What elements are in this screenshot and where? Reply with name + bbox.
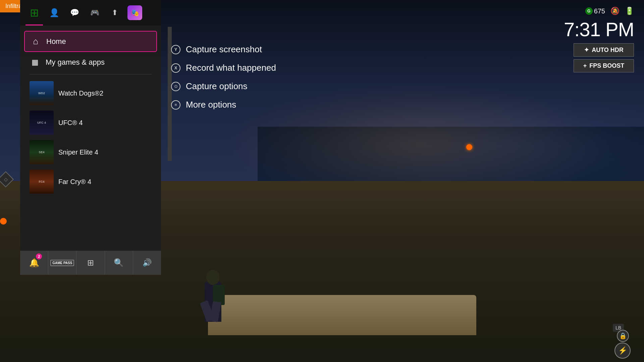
tab-xbox[interactable]: ⊞ <box>25 4 43 21</box>
gamepass-label: GAME PASS <box>50 260 74 266</box>
auto-hdr-label: AUTO HDR <box>592 47 624 54</box>
people-icon: 👤 <box>49 8 59 17</box>
auto-hdr-icon: ✦ <box>584 46 589 54</box>
tab-avatar[interactable]: 🎭 <box>126 4 144 21</box>
fps-boost-label: FPS BOOST <box>589 62 624 69</box>
side-indicator: ◇ <box>0 174 11 185</box>
hud-top-right: G 675 🔕 🔋 7:31 PM ✦ AUTO HDR + FPS BOOST <box>564 7 634 72</box>
lock-indicator: 🔒 <box>617 330 629 342</box>
tab-controller[interactable]: 🎮 <box>86 4 103 21</box>
game-item-wd2[interactable]: WD2 Watch Dogs®2 <box>28 78 153 108</box>
controller-icon: 🎮 <box>90 8 99 17</box>
game-name-wd2: Watch Dogs®2 <box>58 89 103 97</box>
toolbar-store[interactable]: ⊞ <box>76 251 105 275</box>
barrier <box>208 295 476 335</box>
tab-bar: ⊞ 👤 💬 🎮 ⬆ 🎭 <box>20 0 161 25</box>
record-what-happened-item[interactable]: X Record what happened <box>164 59 283 77</box>
more-options-item[interactable]: ≡ More options <box>164 96 283 114</box>
divider <box>30 74 152 74</box>
gamerscore-icon: G <box>585 7 593 15</box>
game-thumbnail-farcry4: FC4 <box>30 170 54 194</box>
mute-icon: 🔕 <box>610 7 620 15</box>
bottom-toolbar: 🔔 2 GAME PASS ⊞ 🔍 🔊 <box>20 251 161 275</box>
capture-screenshot-label: Capture screenshot <box>186 44 262 55</box>
capture-options-item[interactable]: ⊙ Capture options <box>164 77 283 96</box>
search-icon: 🔍 <box>114 258 124 267</box>
store-icon: ⊞ <box>87 258 94 267</box>
orange-left-indicator <box>0 218 7 225</box>
fps-boost-button[interactable]: + FPS BOOST <box>574 59 634 72</box>
lightning-indicator: ⚡ <box>614 343 631 359</box>
xbox-overlay-panel: ⊞ 👤 💬 🎮 ⬆ 🎭 ⌂ Home ▦ <box>20 0 161 275</box>
lb-label: LB <box>615 325 621 330</box>
capture-screenshot-item[interactable]: Y Capture screenshot <box>164 40 283 59</box>
y-button-icon: Y <box>171 45 180 54</box>
character <box>195 248 235 322</box>
battery-icon: 🔋 <box>625 7 634 15</box>
tab-chat[interactable]: 💬 <box>66 4 83 21</box>
toolbar-gamepass[interactable]: GAME PASS <box>48 251 76 275</box>
more-options-icon: ≡ <box>171 100 180 110</box>
tab-people[interactable]: 👤 <box>46 4 63 21</box>
recent-games-list: WD2 Watch Dogs®2 UFC 4 UFC® 4 SE4 Sniper… <box>24 77 157 198</box>
capture-options-icon: ⊙ <box>171 82 180 91</box>
chat-icon: 💬 <box>70 8 79 17</box>
lightning-icon: ⚡ <box>618 346 627 355</box>
tab-share[interactable]: ⬆ <box>106 4 123 21</box>
orange-marker <box>466 144 472 150</box>
toolbar-search[interactable]: 🔍 <box>105 251 133 275</box>
game-item-ufc4[interactable]: UFC 4 UFC® 4 <box>28 108 153 137</box>
more-options-label: More options <box>186 100 236 110</box>
game-name-ufc4: UFC® 4 <box>58 119 83 127</box>
game-item-farcry4[interactable]: FC4 Far Cry® 4 <box>28 167 153 196</box>
game-item-sniper4[interactable]: SE4 Sniper Elite 4 <box>28 137 153 167</box>
fps-boost-icon: + <box>583 62 587 69</box>
hud-time: 7:31 PM <box>564 18 634 41</box>
xbox-logo-icon: ⊞ <box>30 6 39 19</box>
nav-home-label: Home <box>46 37 66 46</box>
game-thumbnail-ufc4: UFC 4 <box>30 111 54 135</box>
volume-icon: 🔊 <box>143 258 152 267</box>
nav-games-label: My games & apps <box>46 58 105 67</box>
bell-icon: 🔔 <box>29 258 39 267</box>
gamerscore-display: G 675 <box>585 7 605 15</box>
toolbar-volume[interactable]: 🔊 <box>133 251 161 275</box>
games-icon: ▦ <box>30 58 40 67</box>
capture-menu: Y Capture screenshot X Record what happe… <box>164 40 283 114</box>
game-thumbnail-wd2: WD2 <box>30 81 54 105</box>
lock-icon: 🔒 <box>619 332 627 340</box>
nav-item-home[interactable]: ⌂ Home <box>24 31 157 52</box>
share-icon: ⬆ <box>112 8 118 17</box>
toolbar-notifications[interactable]: 🔔 2 <box>20 251 48 275</box>
auto-hdr-button[interactable]: ✦ AUTO HDR <box>574 43 634 57</box>
nav-item-games[interactable]: ▦ My games & apps <box>24 53 157 71</box>
gamerscore-value: 675 <box>594 7 605 15</box>
x-button-icon: X <box>171 63 180 73</box>
nav-section: ⌂ Home ▦ My games & apps WD2 Watch Dogs®… <box>20 25 161 251</box>
record-label: Record what happened <box>186 63 276 73</box>
home-icon: ⌂ <box>30 36 41 47</box>
game-thumbnail-sniper4: SE4 <box>30 140 54 164</box>
capture-options-label: Capture options <box>186 81 248 92</box>
hud-status-row: G 675 🔕 🔋 <box>585 7 634 15</box>
game-name-sniper4: Sniper Elite 4 <box>58 148 98 156</box>
notification-badge: 2 <box>36 253 42 259</box>
avatar-icon: 🎭 <box>127 5 142 20</box>
game-name-farcry4: Far Cry® 4 <box>58 178 91 186</box>
